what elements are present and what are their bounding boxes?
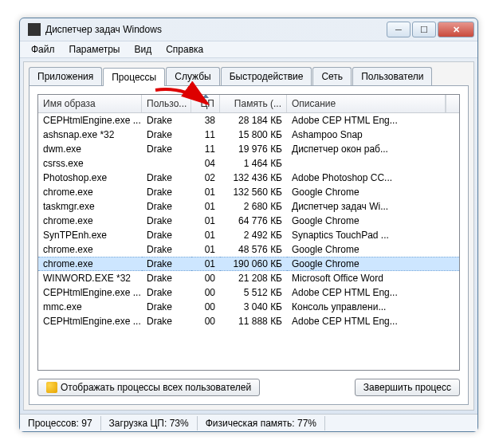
titlebar[interactable]: Диспетчер задач Windows ─ ☐ ✕ bbox=[20, 18, 477, 41]
cell-user: Drake bbox=[142, 171, 191, 184]
cell-cpu: 01 bbox=[191, 243, 220, 256]
table-row[interactable]: CEPHtmlEngine.exe ...Drake3828 184 КБAdo… bbox=[38, 113, 459, 128]
status-cpu: Загрузка ЦП: 73% bbox=[101, 416, 198, 430]
cell-desc bbox=[287, 163, 459, 164]
cell-user: Drake bbox=[142, 286, 191, 299]
cell-name: mmc.exe bbox=[38, 301, 142, 313]
table-row[interactable]: SynTPEnh.exeDrake012 492 КБSynaptics Tou… bbox=[38, 228, 459, 242]
cell-desc: Adobe CEP HTML Eng... bbox=[287, 315, 459, 328]
close-button[interactable]: ✕ bbox=[438, 22, 474, 37]
cell-desc: Synaptics TouchPad ... bbox=[287, 229, 459, 242]
cell-name: SynTPEnh.exe bbox=[38, 229, 142, 242]
cell-mem: 132 560 КБ bbox=[220, 186, 287, 198]
cell-user: Drake bbox=[142, 186, 191, 198]
table-row[interactable]: chrome.exeDrake01190 060 КБGoogle Chrome bbox=[38, 257, 459, 271]
sort-arrow-icon bbox=[202, 95, 209, 98]
show-all-users-button[interactable]: Отображать процессы всех пользователей bbox=[37, 379, 260, 396]
menu-file[interactable]: Файл bbox=[25, 42, 61, 57]
col-memory[interactable]: Память (... bbox=[220, 95, 287, 112]
cell-mem: 21 208 КБ bbox=[220, 272, 287, 285]
cell-cpu: 01 bbox=[191, 257, 220, 271]
cell-user: Drake bbox=[142, 257, 191, 271]
cell-desc: Ashampoo Snap bbox=[287, 128, 459, 141]
tab-network[interactable]: Сеть bbox=[312, 67, 352, 85]
cell-cpu: 00 bbox=[191, 315, 220, 328]
menu-options[interactable]: Параметры bbox=[63, 42, 127, 57]
listview-header: Имя образа Пользо... ЦП Память (... Опис… bbox=[38, 95, 459, 113]
cell-cpu: 11 bbox=[191, 143, 220, 155]
table-row[interactable]: CEPHtmlEngine.exe ...Drake005 512 КБAdob… bbox=[38, 285, 459, 300]
cell-user: Drake bbox=[142, 301, 191, 313]
cell-cpu: 01 bbox=[191, 186, 220, 198]
menu-view[interactable]: Вид bbox=[128, 42, 158, 57]
tab-applications[interactable]: Приложения bbox=[29, 67, 102, 85]
cell-name: csrss.exe bbox=[38, 157, 142, 170]
cell-cpu: 04 bbox=[191, 157, 220, 170]
table-row[interactable]: chrome.exeDrake0164 776 КБGoogle Chrome bbox=[38, 214, 459, 228]
cell-cpu: 02 bbox=[191, 171, 220, 184]
end-process-button[interactable]: Завершить процесс bbox=[355, 379, 460, 396]
cell-name: CEPHtmlEngine.exe ... bbox=[38, 286, 142, 299]
cell-cpu: 00 bbox=[191, 301, 220, 313]
cell-cpu: 11 bbox=[191, 128, 220, 141]
col-description[interactable]: Описание bbox=[287, 95, 446, 112]
listview-body[interactable]: CEPHtmlEngine.exe ...Drake3828 184 КБAdo… bbox=[38, 113, 459, 370]
table-row[interactable]: mmc.exeDrake003 040 КБКонсоль управлени.… bbox=[38, 300, 459, 314]
tab-performance[interactable]: Быстродействие bbox=[221, 67, 312, 85]
col-cpu-label: ЦП bbox=[200, 98, 214, 109]
maximize-button[interactable]: ☐ bbox=[412, 22, 436, 37]
cell-desc: Google Chrome bbox=[287, 243, 459, 256]
cell-name: taskmgr.exe bbox=[38, 200, 142, 213]
tab-processes[interactable]: Процессы bbox=[103, 68, 165, 86]
process-listview[interactable]: Имя образа Пользо... ЦП Память (... Опис… bbox=[37, 94, 460, 371]
cell-user: Drake bbox=[142, 200, 191, 213]
cell-name: dwm.exe bbox=[38, 143, 142, 155]
tab-users[interactable]: Пользователи bbox=[352, 67, 432, 85]
menubar: Файл Параметры Вид Справка bbox=[20, 41, 477, 58]
menu-help[interactable]: Справка bbox=[159, 42, 210, 57]
cell-desc: Диспетчер окон раб... bbox=[287, 143, 459, 155]
cell-user: Drake bbox=[142, 214, 191, 227]
cell-mem: 132 436 КБ bbox=[220, 171, 287, 184]
table-row[interactable]: taskmgr.exeDrake012 680 КБДиспетчер зада… bbox=[38, 199, 459, 214]
cell-mem: 28 184 КБ bbox=[220, 114, 287, 127]
table-row[interactable]: CEPHtmlEngine.exe ...Drake0011 888 КБAdo… bbox=[38, 314, 459, 328]
cell-user bbox=[142, 163, 191, 164]
table-row[interactable]: Photoshop.exeDrake02132 436 КБAdobe Phot… bbox=[38, 171, 459, 185]
table-row[interactable]: csrss.exe041 464 КБ bbox=[38, 156, 459, 171]
cell-name: WINWORD.EXE *32 bbox=[38, 272, 142, 285]
cell-desc: Диспетчер задач Wi... bbox=[287, 200, 459, 213]
cell-mem: 190 060 КБ bbox=[220, 257, 287, 271]
cell-user: Drake bbox=[142, 315, 191, 328]
cell-user: Drake bbox=[142, 128, 191, 141]
minimize-button[interactable]: ─ bbox=[387, 22, 411, 37]
cell-cpu: 01 bbox=[191, 229, 220, 242]
cell-mem: 5 512 КБ bbox=[220, 286, 287, 299]
cell-cpu: 01 bbox=[191, 214, 220, 227]
cell-mem: 3 040 КБ bbox=[220, 301, 287, 313]
table-row[interactable]: ashsnap.exe *32Drake1115 800 КБAshampoo … bbox=[38, 128, 459, 142]
task-manager-window: Диспетчер задач Windows ─ ☐ ✕ Файл Парам… bbox=[19, 18, 478, 432]
app-icon bbox=[28, 23, 41, 36]
table-row[interactable]: WINWORD.EXE *32Drake0021 208 КБMicrosoft… bbox=[38, 271, 459, 285]
scrollbar-head-spacer bbox=[446, 95, 459, 112]
cell-name: chrome.exe bbox=[38, 243, 142, 256]
col-cpu[interactable]: ЦП bbox=[191, 95, 220, 112]
table-row[interactable]: dwm.exeDrake1119 976 КБДиспетчер окон ра… bbox=[38, 142, 459, 156]
cell-user: Drake bbox=[142, 143, 191, 155]
cell-mem: 48 576 КБ bbox=[220, 243, 287, 256]
cell-mem: 64 776 КБ bbox=[220, 214, 287, 227]
table-row[interactable]: chrome.exeDrake0148 576 КБGoogle Chrome bbox=[38, 242, 459, 257]
cell-name: chrome.exe bbox=[38, 186, 142, 198]
cell-user: Drake bbox=[142, 229, 191, 242]
cell-mem: 2 492 КБ bbox=[220, 229, 287, 242]
col-user[interactable]: Пользо... bbox=[142, 95, 191, 112]
client-area: Приложения Процессы Службы Быстродействи… bbox=[23, 61, 474, 411]
col-image-name[interactable]: Имя образа bbox=[38, 95, 142, 112]
window-title: Диспетчер задач Windows bbox=[45, 24, 385, 35]
table-row[interactable]: chrome.exeDrake01132 560 КБGoogle Chrome bbox=[38, 185, 459, 199]
cell-name: chrome.exe bbox=[38, 257, 142, 271]
uac-shield-icon bbox=[46, 382, 57, 393]
cell-name: chrome.exe bbox=[38, 214, 142, 227]
tab-services[interactable]: Службы bbox=[166, 67, 219, 85]
